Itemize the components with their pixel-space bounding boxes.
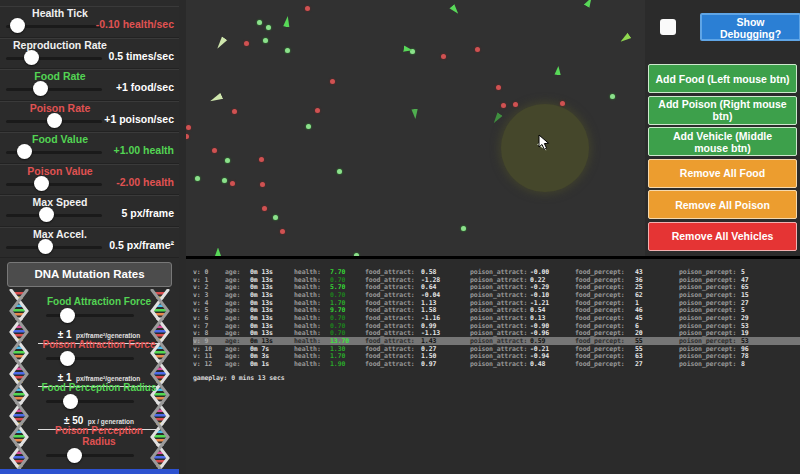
debug-row: v: 12 age:0m 1s health:1.90 food_attract… <box>193 360 800 368</box>
poison-dot <box>330 79 335 84</box>
show-debugging-button[interactable]: Show Debugging? <box>700 13 800 41</box>
poison-dot <box>280 229 285 234</box>
slider-thumb[interactable] <box>39 207 54 222</box>
slider-value: 0.5 px/frame² <box>109 239 174 251</box>
slider-reproduction-rate: Reproduction Rate 0.5 times/sec <box>0 38 179 70</box>
dna-slider-poison-attraction-force: Poison Attraction Force ± 1 px/frame²/ge… <box>38 339 141 382</box>
slider-thumb[interactable] <box>67 448 82 463</box>
slider-poison-value: Poison Value -2.00 health <box>0 164 179 196</box>
slider-value: 0.5 times/sec <box>109 50 174 62</box>
slider <box>46 308 134 323</box>
poison-dot <box>186 125 191 130</box>
poison-dot <box>475 47 480 52</box>
slider-label: Poison Attraction Force <box>38 339 160 350</box>
debug-row: v: 8 age:0m 13s health:0.70 food_attract… <box>193 330 800 338</box>
slider <box>46 448 134 463</box>
app: Health Tick -0.10 health/sec Reproductio… <box>0 0 800 474</box>
slider-label: Poison Value <box>0 165 120 177</box>
poison-dot <box>244 41 249 46</box>
slider-value: -2.00 health <box>116 176 174 188</box>
slider-value: 5 px/frame <box>121 207 174 219</box>
food-dot <box>273 215 278 220</box>
dna-mutation-rates-header[interactable]: DNA Mutation Rates <box>7 262 172 287</box>
slider-food-rate: Food Rate +1 food/sec <box>0 69 179 101</box>
slider-track[interactable] <box>46 454 134 457</box>
slider-track[interactable] <box>46 400 134 403</box>
button-stack: Add Food (Left mouse btn)Add Poison (Rig… <box>648 64 797 251</box>
food-dot <box>461 226 466 231</box>
slider-thumb[interactable] <box>33 81 48 96</box>
show-debugging-checkbox[interactable] <box>660 19 676 35</box>
vehicle <box>554 65 563 75</box>
add-vehicle-button[interactable]: Add Vehicle (Middle mouse btn) <box>648 127 797 156</box>
food-dot <box>306 124 311 129</box>
poison-dot <box>501 103 506 108</box>
poison-dot <box>305 6 310 11</box>
vehicle <box>282 15 291 27</box>
vehicle <box>449 4 462 17</box>
food-dot <box>354 253 359 258</box>
debug-row: v: 1 age:0m 13s health:0.70 food_attract… <box>193 276 800 284</box>
food-dot <box>337 169 342 174</box>
slider <box>46 394 134 409</box>
slider-label: Poison Rate <box>0 102 120 114</box>
vehicle <box>618 32 632 45</box>
vehicle-id: v: 12 <box>193 360 225 368</box>
food-dot <box>266 25 271 30</box>
slider-thumb[interactable] <box>24 50 39 65</box>
slider-track[interactable] <box>46 314 134 317</box>
poison-dot <box>259 157 264 162</box>
slider-thumb[interactable] <box>10 18 25 33</box>
slider-track[interactable] <box>6 214 102 217</box>
vehicle <box>214 35 228 50</box>
slider-thumb[interactable] <box>60 308 75 323</box>
dna-helix-left-icon <box>1 289 37 474</box>
slider-food-value: Food Value +1.00 health <box>0 132 179 164</box>
debug-toggle-row: Show Debugging? <box>660 13 800 41</box>
poison-dot <box>186 134 189 139</box>
slider-thumb[interactable] <box>34 176 49 191</box>
vehicle <box>411 109 420 120</box>
slider-list: Health Tick -0.10 health/sec Reproductio… <box>0 0 179 258</box>
remove-all-poison-button[interactable]: Remove All Poison <box>648 190 797 219</box>
slider-label: Food Rate <box>0 70 120 82</box>
control-panel: Show Debugging? Add Food (Left mouse btn… <box>645 0 800 256</box>
slider-poison-rate: Poison Rate +1 poison/sec <box>0 101 179 133</box>
food-dot <box>285 48 290 53</box>
debug-row: v: 6 age:0m 13s health:0.70 food_attract… <box>193 314 800 322</box>
slider-label: Food Perception Radius <box>38 382 160 393</box>
vehicle <box>583 0 595 8</box>
remove-all-food-button[interactable]: Remove All Food <box>648 159 797 188</box>
add-food-button[interactable]: Add Food (Left mouse btn) <box>648 64 797 93</box>
remove-all-vehicles-button[interactable]: Remove All Vehicles <box>648 222 797 251</box>
slider-thumb[interactable] <box>38 239 53 254</box>
slider-track[interactable] <box>6 183 102 186</box>
slider-label: Max Speed <box>0 196 120 208</box>
gameplay-time: gameplay: 0 mins 13 secs <box>193 374 800 382</box>
food-dot <box>610 94 615 99</box>
food-dot <box>222 178 227 183</box>
slider-track[interactable] <box>6 57 102 60</box>
slider-thumb[interactable] <box>17 144 32 159</box>
mouse-cursor-icon <box>538 134 550 151</box>
slider-thumb[interactable] <box>63 394 78 409</box>
dna-slider-food-attraction-force: Food Attraction Force ± 1 px/frame²/gene… <box>38 296 141 339</box>
add-poison-button[interactable]: Add Poison (Right mouse btn) <box>648 96 797 125</box>
food-dot <box>225 158 230 163</box>
debug-row: v: 3 age:0m 13s health:0.70 food_attract… <box>193 291 800 299</box>
food-dot <box>257 20 262 25</box>
debug-rows: v: 0 age:0m 13s health:7.70 food_attract… <box>193 268 800 368</box>
poison-dot <box>513 102 518 107</box>
slider-track[interactable] <box>6 246 102 249</box>
slider-thumb[interactable] <box>47 113 62 128</box>
slider-track[interactable] <box>6 88 102 91</box>
slider-max-speed: Max Speed 5 px/frame <box>0 195 179 227</box>
slider-label: Food Value <box>0 133 120 145</box>
debug-readout: v: 0 age:0m 13s health:7.70 food_attract… <box>186 259 800 474</box>
poison-dot <box>212 148 217 153</box>
slider-track[interactable] <box>46 357 134 360</box>
poison-dot <box>315 108 320 113</box>
slider-thumb[interactable] <box>60 351 75 366</box>
slider-label: Max Accel. <box>0 228 120 240</box>
poison-dot <box>262 206 267 211</box>
